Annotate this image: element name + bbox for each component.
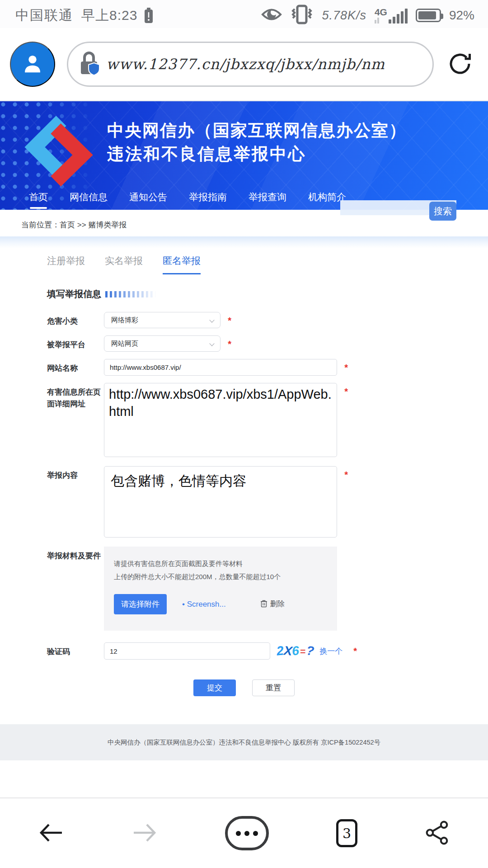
footer-copyright: 中央网信办（国家互联网信息办公室）违法和不良信息举报中心 版权所有 京ICP备1… bbox=[108, 738, 380, 747]
person-icon bbox=[19, 51, 46, 78]
main-nav: 首页 网信信息 通知公告 举报指南 举报查询 机构简介 bbox=[29, 191, 346, 209]
signal-bars-icon: 4G bbox=[375, 7, 408, 24]
menu-button[interactable] bbox=[225, 816, 269, 850]
field-label: 网站名称 bbox=[47, 359, 104, 376]
delete-file-button[interactable]: 删除 bbox=[260, 599, 285, 609]
site-footer: 中央网信办（国家互联网信息办公室）违法和不良信息举报中心 版权所有 京ICP备1… bbox=[0, 724, 488, 760]
eye-protection-icon bbox=[261, 7, 282, 24]
section-title-row: 填写举报信息 bbox=[47, 288, 488, 300]
tab-anonymous-report[interactable]: 匿名举报 bbox=[163, 255, 201, 274]
chevron-down-icon bbox=[209, 341, 214, 346]
nav-item-guide[interactable]: 举报指南 bbox=[189, 191, 227, 209]
upload-area: 请提供有害信息所在页面截图及要件等材料 上传的附件总大小不能超过200M，总数量… bbox=[104, 547, 337, 631]
harm-category-select[interactable]: 网络博彩 bbox=[104, 312, 221, 328]
field-label: 危害小类 bbox=[47, 312, 104, 328]
required-asterisk: * bbox=[228, 316, 231, 326]
back-button[interactable] bbox=[38, 822, 64, 844]
forward-icon bbox=[131, 822, 158, 844]
form-row-platform: 被举报平台 网站网页 * bbox=[47, 335, 488, 352]
required-asterisk: * bbox=[353, 646, 357, 656]
title-bars-decoration bbox=[105, 291, 159, 297]
captcha-input[interactable] bbox=[104, 642, 270, 660]
report-form: 注册举报 实名举报 匿名举报 填写举报信息 危害小类 网络博彩 * 被举报平台 … bbox=[0, 248, 488, 760]
status-bar: 中国联通 早上8:23 5.78K/s 4G bbox=[0, 0, 488, 28]
report-type-tabs: 注册举报 实名举报 匿名举报 bbox=[47, 255, 488, 274]
detail-url-textarea[interactable]: http://www.xbs0687.vip/xbs1/AppWeb.html bbox=[104, 383, 337, 457]
form-row-captcha: 验证码 2 X 6 = ? 换一个 * bbox=[47, 642, 488, 660]
uploaded-file-link[interactable]: • Screensh... bbox=[182, 600, 226, 609]
search-button[interactable]: 搜索 bbox=[429, 202, 456, 221]
form-row-detail-url: 有害信息所在页面详细网址 http://www.xbs0687.vip/xbs1… bbox=[47, 383, 488, 459]
address-bar[interactable]: www.12377.cn/jbxzxq/jbxx/nmjb/nm bbox=[67, 42, 434, 87]
secondary-signal-icon bbox=[375, 18, 379, 24]
network-speed-label: 5.78K/s bbox=[322, 9, 366, 23]
form-row-report-content: 举报内容 包含赌博，色情等内容 * bbox=[47, 466, 488, 539]
tab-count-badge: 3 bbox=[336, 819, 357, 847]
signal-strength-bars bbox=[389, 9, 408, 24]
submit-button[interactable]: 提交 bbox=[193, 679, 236, 696]
battery-icon bbox=[416, 9, 441, 22]
nav-item-query[interactable]: 举报查询 bbox=[249, 191, 286, 209]
site-logo-icon bbox=[21, 111, 97, 192]
battery-percent-label: 92% bbox=[449, 8, 474, 23]
required-asterisk: * bbox=[228, 339, 231, 349]
refresh-captcha-link[interactable]: 换一个 bbox=[319, 646, 343, 656]
selected-value: 网络博彩 bbox=[111, 316, 138, 325]
profile-avatar[interactable] bbox=[10, 42, 55, 87]
divider-strip bbox=[0, 236, 488, 248]
upload-hint-2: 上传的附件总大小不能超过200M，总数量不能超过10个 bbox=[114, 571, 327, 584]
report-content-textarea[interactable]: 包含赌博，色情等内容 bbox=[104, 466, 337, 538]
platform-select[interactable]: 网站网页 bbox=[104, 335, 221, 352]
field-label: 有害信息所在页面详细网址 bbox=[47, 383, 104, 459]
trash-icon bbox=[260, 599, 267, 609]
form-row-materials: 举报材料及要件 请提供有害信息所在页面截图及要件等材料 上传的附件总大小不能超过… bbox=[47, 547, 488, 631]
required-asterisk: * bbox=[344, 470, 348, 480]
choose-file-button[interactable]: 请选择附件 bbox=[114, 594, 167, 614]
captcha-char: ? bbox=[306, 644, 315, 658]
browser-toolbar: www.12377.cn/jbxzxq/jbxx/nmjb/nm bbox=[0, 28, 488, 101]
back-icon bbox=[38, 822, 64, 844]
share-button[interactable] bbox=[425, 820, 450, 847]
tabs-button[interactable]: 3 bbox=[336, 819, 357, 847]
upload-hint-1: 请提供有害信息所在页面截图及要件等材料 bbox=[114, 557, 327, 571]
nav-item-home[interactable]: 首页 bbox=[29, 191, 48, 209]
section-title: 填写举报信息 bbox=[47, 288, 101, 300]
captcha-image[interactable]: 2 X 6 = ? bbox=[277, 645, 314, 657]
captcha-char: 6 bbox=[291, 644, 299, 657]
chevron-down-icon bbox=[209, 317, 214, 322]
form-row-site-name: 网站名称 * bbox=[47, 359, 488, 376]
site-title-line2: 违法和不良信息举报中心 bbox=[107, 143, 306, 165]
selected-value: 网站网页 bbox=[111, 340, 138, 348]
vibrate-icon bbox=[290, 5, 314, 26]
required-asterisk: * bbox=[344, 363, 348, 373]
refresh-button[interactable] bbox=[446, 50, 474, 79]
carrier-label: 中国联通 bbox=[15, 6, 73, 25]
status-bar-right: 5.78K/s 4G 92% bbox=[261, 5, 474, 26]
share-icon bbox=[425, 820, 450, 847]
required-asterisk: * bbox=[344, 387, 348, 397]
upload-actions: 请选择附件 • Screensh... 删除 bbox=[114, 594, 327, 614]
field-label: 举报内容 bbox=[47, 466, 104, 539]
field-label: 被举报平台 bbox=[47, 335, 104, 352]
battery-alert-icon bbox=[144, 7, 154, 24]
form-buttons: 提交 重置 bbox=[0, 679, 488, 696]
field-label: 举报材料及要件 bbox=[47, 547, 104, 631]
delete-label: 删除 bbox=[270, 599, 285, 609]
menu-ellipsis-icon bbox=[225, 816, 269, 850]
time-label: 早上8:23 bbox=[81, 6, 137, 25]
lock-icon[interactable] bbox=[79, 51, 100, 78]
site-header: 中央网信办（国家互联网信息办公室） 违法和不良信息举报中心 首页 网信信息 通知… bbox=[0, 101, 488, 210]
tab-register-report[interactable]: 注册举报 bbox=[47, 255, 85, 274]
browser-bottom-nav: 3 bbox=[0, 797, 488, 868]
reset-button[interactable]: 重置 bbox=[252, 679, 295, 696]
tab-realname-report[interactable]: 实名举报 bbox=[105, 255, 143, 274]
field-label: 验证码 bbox=[47, 642, 104, 660]
captcha-char: = bbox=[300, 646, 305, 656]
refresh-icon bbox=[446, 50, 474, 79]
phone-screen: 中国联通 早上8:23 5.78K/s 4G bbox=[0, 0, 488, 868]
site-name-input[interactable] bbox=[104, 359, 337, 376]
nav-item-notice[interactable]: 通知公告 bbox=[129, 191, 167, 209]
nav-item-news[interactable]: 网信信息 bbox=[70, 191, 108, 209]
forward-button[interactable] bbox=[131, 822, 158, 844]
form-row-harm-category: 危害小类 网络博彩 * bbox=[47, 312, 488, 328]
